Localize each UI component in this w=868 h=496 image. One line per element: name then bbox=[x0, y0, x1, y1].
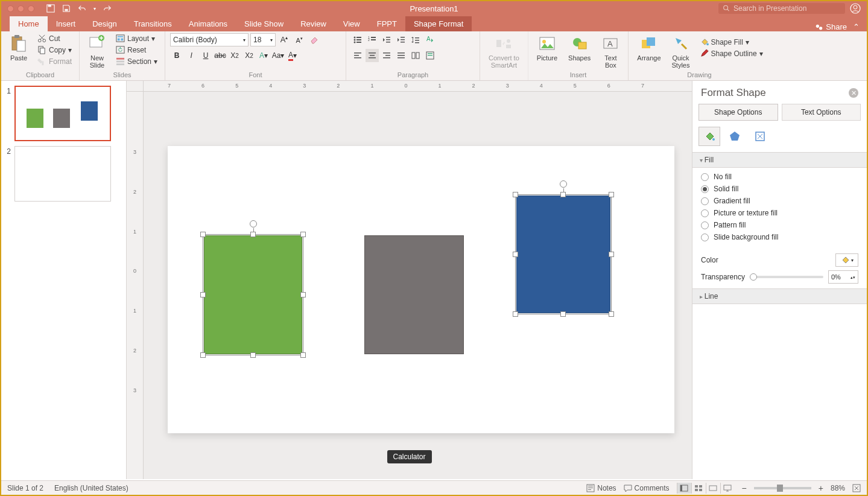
numbering-button[interactable]: 12 bbox=[366, 33, 379, 46]
text-direction-button[interactable]: A bbox=[423, 33, 437, 46]
textbox-button[interactable]: AText Box bbox=[598, 33, 623, 70]
comments-button[interactable]: Comments bbox=[624, 484, 670, 492]
vertical-ruler[interactable]: 3210123 bbox=[127, 92, 144, 479]
shape-options-tab[interactable]: Shape Options bbox=[699, 104, 778, 121]
fill-no-fill[interactable]: No fill bbox=[701, 173, 858, 181]
layout-button[interactable]: Layout ▾ bbox=[113, 33, 160, 43]
redo-icon[interactable] bbox=[103, 4, 112, 13]
format-painter-button[interactable]: Format bbox=[35, 56, 74, 66]
undo-icon[interactable] bbox=[78, 4, 86, 13]
slideshow-view-button[interactable] bbox=[720, 483, 735, 494]
shapes-button[interactable]: Shapes bbox=[565, 33, 594, 63]
italic-button[interactable]: I bbox=[185, 49, 198, 62]
search-in-presentation[interactable] bbox=[718, 3, 845, 14]
section-button[interactable]: Section ▾ bbox=[113, 56, 160, 66]
bold-button[interactable]: B bbox=[170, 49, 183, 62]
columns-button[interactable] bbox=[409, 49, 422, 62]
transparency-input[interactable]: 0%▴▾ bbox=[828, 270, 858, 284]
normal-view-button[interactable] bbox=[677, 483, 691, 494]
tab-design[interactable]: Design bbox=[84, 16, 125, 31]
slide-thumbnail-panel[interactable]: 1 2 bbox=[1, 81, 127, 479]
minimize-window[interactable] bbox=[17, 5, 24, 12]
shrink-font-button[interactable]: A▾ bbox=[293, 33, 306, 46]
underline-button[interactable]: U bbox=[199, 49, 212, 62]
grow-font-button[interactable]: A▴ bbox=[277, 33, 291, 46]
font-color-button[interactable]: A▾ bbox=[286, 49, 299, 62]
text-effects-button[interactable]: A▾ bbox=[257, 49, 270, 62]
clear-formatting-button[interactable] bbox=[308, 33, 321, 46]
font-size-select[interactable]: 18▾ bbox=[250, 33, 276, 46]
line-section-header[interactable]: Line bbox=[692, 288, 867, 304]
text-options-tab[interactable]: Text Options bbox=[782, 104, 861, 121]
sorter-view-button[interactable] bbox=[691, 483, 706, 494]
tab-shape-format[interactable]: Shape Format bbox=[405, 16, 472, 31]
rotate-handle[interactable] bbox=[250, 220, 257, 227]
tab-home[interactable]: Home bbox=[10, 16, 48, 31]
slide-canvas[interactable] bbox=[168, 146, 674, 433]
justify-button[interactable] bbox=[394, 49, 408, 62]
fill-line-tab[interactable] bbox=[699, 127, 720, 146]
tab-fppt[interactable]: FPPT bbox=[369, 16, 405, 31]
zoom-out-button[interactable]: − bbox=[742, 483, 747, 493]
fill-solid[interactable]: Solid fill bbox=[701, 185, 858, 193]
fill-color-picker[interactable]: ▾ bbox=[835, 253, 858, 267]
reset-button[interactable]: Reset bbox=[113, 45, 160, 55]
subscript-button[interactable]: X2 bbox=[242, 49, 256, 62]
tab-review[interactable]: Review bbox=[292, 16, 335, 31]
line-spacing-button[interactable] bbox=[409, 33, 422, 46]
undo-dropdown-icon[interactable]: ▾ bbox=[93, 6, 96, 11]
tab-insert[interactable]: Insert bbox=[48, 16, 84, 31]
fill-slidebg[interactable]: Slide background fill bbox=[701, 233, 858, 241]
share-button[interactable]: Share bbox=[815, 22, 847, 31]
slide-thumbnail-2[interactable]: 2 bbox=[4, 146, 124, 202]
zoom-window[interactable] bbox=[28, 5, 34, 12]
save-file-icon[interactable] bbox=[46, 4, 55, 13]
size-properties-tab[interactable] bbox=[749, 127, 771, 146]
close-pane-button[interactable]: ✕ bbox=[849, 88, 858, 98]
close-window[interactable] bbox=[7, 5, 14, 12]
fill-section-header[interactable]: Fill bbox=[692, 152, 867, 168]
shape-outline-button[interactable]: Shape Outline ▾ bbox=[697, 48, 765, 59]
arrange-button[interactable]: Arrange bbox=[633, 33, 664, 63]
quick-styles-button[interactable]: Quick Styles bbox=[668, 33, 694, 70]
zoom-slider[interactable] bbox=[754, 487, 811, 489]
shape-gray-rectangle[interactable] bbox=[364, 235, 464, 354]
shape-green-rectangle[interactable] bbox=[204, 235, 302, 354]
new-slide-button[interactable]: New Slide bbox=[84, 33, 110, 70]
copy-button[interactable]: Copy ▾ bbox=[35, 45, 74, 55]
rotate-handle[interactable] bbox=[560, 180, 567, 188]
align-right-button[interactable] bbox=[380, 49, 393, 62]
collapse-ribbon-icon[interactable]: ⌃ bbox=[853, 22, 860, 31]
zoom-percent[interactable]: 88% bbox=[831, 484, 845, 492]
tab-transitions[interactable]: Transitions bbox=[125, 16, 180, 31]
tab-slideshow[interactable]: Slide Show bbox=[236, 16, 292, 31]
font-name-select[interactable]: Calibri (Body)▾ bbox=[170, 33, 249, 46]
tab-animations[interactable]: Animations bbox=[180, 16, 236, 31]
align-text-button[interactable] bbox=[423, 49, 437, 62]
tab-view[interactable]: View bbox=[335, 16, 369, 31]
increase-indent-button[interactable] bbox=[394, 33, 408, 46]
fill-gradient[interactable]: Gradient fill bbox=[701, 197, 858, 205]
account-icon[interactable] bbox=[850, 3, 861, 14]
decrease-indent-button[interactable] bbox=[380, 33, 393, 46]
change-case-button[interactable]: Aa▾ bbox=[271, 49, 285, 62]
effects-tab[interactable] bbox=[724, 127, 746, 146]
superscript-button[interactable]: X2 bbox=[228, 49, 241, 62]
horizontal-ruler[interactable]: 765432101234567 bbox=[144, 81, 692, 92]
search-input[interactable] bbox=[733, 4, 840, 13]
fit-to-window-button[interactable] bbox=[852, 484, 861, 492]
bullets-button[interactable] bbox=[351, 33, 364, 46]
shape-blue-rectangle[interactable] bbox=[516, 196, 610, 313]
save-icon[interactable] bbox=[62, 4, 71, 13]
reading-view-button[interactable] bbox=[706, 483, 720, 494]
convert-smartart-button[interactable]: Convert to SmartArt bbox=[485, 33, 523, 70]
paste-button[interactable]: Paste bbox=[6, 33, 31, 63]
zoom-in-button[interactable]: + bbox=[819, 483, 823, 493]
fill-picture[interactable]: Picture or texture fill bbox=[701, 209, 858, 217]
notes-button[interactable]: Notes bbox=[586, 484, 616, 492]
picture-button[interactable]: Picture bbox=[533, 33, 561, 63]
shape-fill-button[interactable]: Shape Fill ▾ bbox=[697, 37, 765, 47]
slide-thumbnail-1[interactable]: 1 bbox=[4, 86, 124, 141]
language-indicator[interactable]: English (United States) bbox=[54, 484, 128, 492]
fill-pattern[interactable]: Pattern fill bbox=[701, 221, 858, 229]
